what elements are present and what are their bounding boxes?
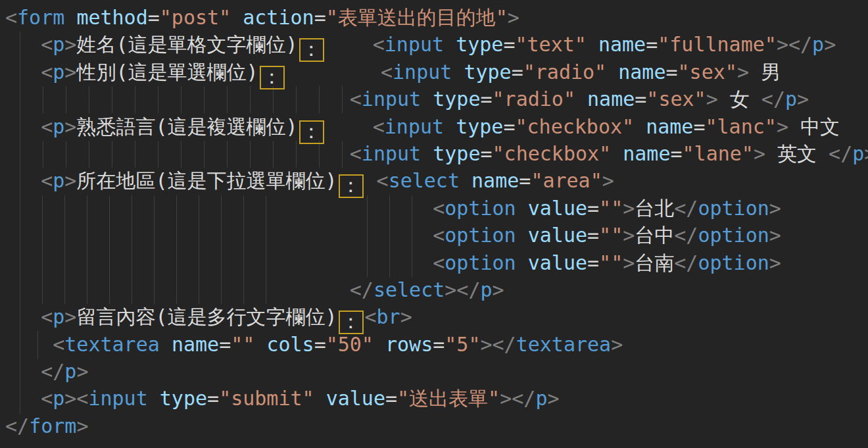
plain-text [516,251,528,274]
attribute-name: value [528,224,587,247]
plain-text [5,251,433,274]
equals-sign: = [314,6,326,29]
code-line: <option value="">台中</option> [5,222,868,249]
punctuation: >< [64,387,88,410]
code-line: <p>留言內容(這是多行文字欄位)：<br> [5,303,868,330]
plain-text [634,115,646,138]
punctuation: </ [674,251,698,274]
code-line: </form> [5,412,868,439]
equals-sign: = [503,115,515,138]
string-value: "送出表單" [397,387,500,410]
plain-text: 所在地區(這是下拉選單欄位) [76,169,337,192]
code-line: <p>性別(這是單選欄位)： <input type="radio" name=… [5,59,868,86]
plain-text [5,333,53,356]
attribute-name: name [587,87,635,111]
plain-text [254,333,266,356]
code-line: <textarea name="" cols="50" rows="5"></t… [5,331,868,358]
tag-name: option [698,224,769,247]
plain-text [5,197,433,220]
punctuation: < [5,6,17,29]
code-line: <form method="post" action="表單送出的目的地"> [5,4,868,31]
code-editor[interactable]: <form method="post" action="表單送出的目的地"> <… [0,0,868,448]
plain-text: 中文 [788,115,840,138]
plain-text: 台中 [635,224,674,247]
equals-sign: = [503,33,515,56]
punctuation: > [769,197,781,220]
plain-text [148,387,160,410]
code-line: <p>熟悉語言(這是複選欄位)： <input type="checkbox" … [5,113,868,140]
punctuation: > [797,87,809,111]
plain-text: 台北 [635,197,674,220]
string-value: "" [599,197,623,220]
tag-name: p [64,360,76,383]
string-value: "50" [326,333,374,356]
punctuation: > [400,305,412,328]
code-line: <option value="">台北</option> [5,195,868,222]
equals-sign: = [635,87,646,111]
plain-text [444,115,456,138]
equals-sign: = [512,61,523,84]
plain-text [5,61,41,84]
attribute-name: cols [266,333,314,356]
tag-name: p [785,87,797,111]
attribute-name: type [433,87,480,111]
tag-name: p [53,305,64,328]
equals-sign: = [670,142,682,165]
code-line: <p>所在地區(這是下拉選單欄位)： <select name="area"> [5,167,868,194]
plain-text [452,61,464,84]
string-value: "sex" [678,61,737,84]
plain-text [365,169,377,192]
attribute-name: method [76,6,147,29]
punctuation: < [365,305,377,328]
punctuation: > [64,115,76,138]
plain-text [575,87,587,111]
punctuation: < [350,142,362,165]
code-line: <input type="radio" name="sex"> 女 </p> [5,86,868,112]
tag-name: p [53,115,64,138]
plain-text: 留言內容(這是多行文字欄位) [76,305,337,328]
punctuation: > [547,387,559,410]
plain-text [421,87,433,111]
string-value: "post" [160,6,231,29]
attribute-name: name [646,115,693,138]
attribute-name: rows [385,333,433,356]
string-value: "radio" [523,61,606,84]
string-value: "表單送出的目的地" [326,6,508,29]
punctuation: > [64,305,76,328]
tag-name: p [852,142,864,165]
punctuation: > [706,87,718,111]
plain-text [516,224,528,247]
attribute-name: value [528,251,587,274]
punctuation: > [769,251,781,274]
tag-name: input [385,115,444,138]
string-value: "sex" [646,87,706,111]
plain-text [5,278,350,301]
equals-sign: = [587,251,599,274]
punctuation: > [76,414,88,437]
attribute-name: name [623,142,670,165]
tag-name: input [393,61,452,84]
plain-text [326,115,373,138]
punctuation: > [824,33,836,56]
code-line: </p> [5,358,868,385]
equals-sign: = [587,224,599,247]
punctuation: < [350,87,362,111]
tag-name: p [480,278,492,301]
tag-name: option [445,197,516,220]
punctuation: ></ [500,387,535,410]
plain-text [64,6,76,29]
punctuation: < [373,33,385,56]
string-value: "" [231,333,254,356]
tag-name: textarea [516,333,612,356]
plain-text: 熟悉語言(這是複選欄位) [76,115,297,138]
punctuation: </ [5,414,29,437]
attribute-name: name [172,333,219,356]
plain-text [460,169,471,192]
string-value: "fullname" [658,33,777,56]
plain-text [587,33,598,56]
punctuation: > [493,278,504,301]
string-value: "5" [445,333,480,356]
punctuation: > [64,169,76,192]
plain-text [5,33,41,56]
punctuation: ></ [777,33,812,56]
